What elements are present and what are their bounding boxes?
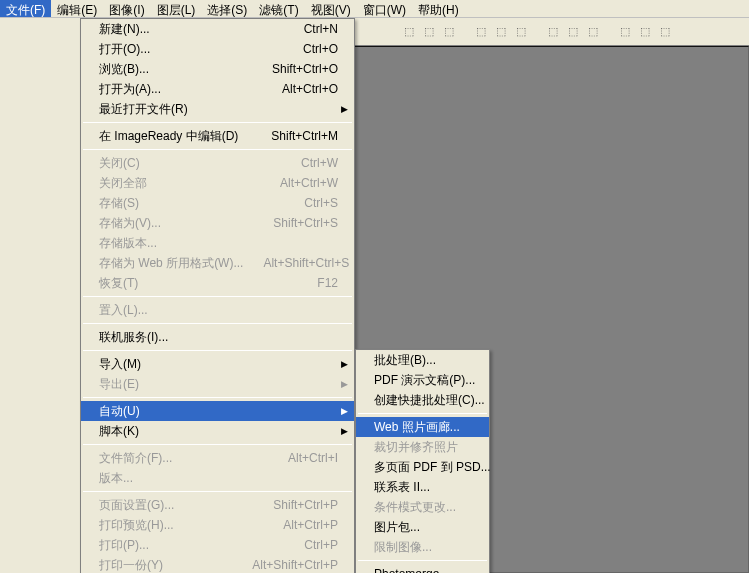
- menu-item-label: 多页面 PDF 到 PSD...: [374, 460, 491, 474]
- align-icon[interactable]: ⬚: [420, 22, 438, 40]
- file-menu-item: 关闭(C)Ctrl+W: [81, 153, 354, 173]
- menubar-item-image[interactable]: 图像(I): [103, 0, 150, 17]
- menu-item-label: 裁切并修齐照片: [374, 440, 458, 454]
- menubar-item-file[interactable]: 文件(F): [0, 0, 51, 17]
- menubar-item-layer[interactable]: 图层(L): [151, 0, 202, 17]
- menu-item-shortcut: Alt+Ctrl+W: [280, 176, 338, 190]
- auto-submenu-item[interactable]: 多页面 PDF 到 PSD...: [356, 457, 489, 477]
- auto-submenu-item[interactable]: 图片包...: [356, 517, 489, 537]
- file-menu-item[interactable]: 在 ImageReady 中编辑(D)Shift+Ctrl+M: [81, 126, 354, 146]
- menubar-item-help[interactable]: 帮助(H): [412, 0, 465, 17]
- menu-item-label: 存储为 Web 所用格式(W)...: [99, 256, 243, 270]
- file-menu-item: 置入(L)...: [81, 300, 354, 320]
- menubar-item-window[interactable]: 窗口(W): [357, 0, 412, 17]
- menu-item-label: 联系表 II...: [374, 480, 430, 494]
- menu-item-label: 导入(M): [99, 357, 141, 371]
- menubar: 文件(F) 编辑(E) 图像(I) 图层(L) 选择(S) 滤镜(T) 视图(V…: [0, 0, 749, 18]
- auto-submenu: 批处理(B)...PDF 演示文稿(P)...创建快捷批处理(C)...Web …: [355, 349, 490, 573]
- menu-item-label: 存储(S): [99, 196, 139, 210]
- auto-submenu-item[interactable]: PDF 演示文稿(P)...: [356, 370, 489, 390]
- options-sidebar: [0, 18, 80, 573]
- file-menu-item: 打印(P)...Ctrl+P: [81, 535, 354, 555]
- auto-submenu-item: 裁切并修齐照片: [356, 437, 489, 457]
- submenu-arrow-icon: ▶: [341, 377, 348, 391]
- file-menu-item[interactable]: 自动(U)▶: [81, 401, 354, 421]
- file-menu-item: 文件简介(F)...Alt+Ctrl+I: [81, 448, 354, 468]
- file-menu-item: 存储为(V)...Shift+Ctrl+S: [81, 213, 354, 233]
- menu-item-label: 打印(P)...: [99, 538, 149, 552]
- file-menu-item: 存储(S)Ctrl+S: [81, 193, 354, 213]
- file-menu-item: 打印预览(H)...Alt+Ctrl+P: [81, 515, 354, 535]
- file-menu-item[interactable]: 脚本(K)▶: [81, 421, 354, 441]
- align-icon[interactable]: ⬚: [472, 22, 490, 40]
- menu-item-label: 打印预览(H)...: [99, 518, 174, 532]
- auto-submenu-item[interactable]: 批处理(B)...: [356, 350, 489, 370]
- toolbar-icons: ⬚ ⬚ ⬚ ⬚ ⬚ ⬚ ⬚ ⬚ ⬚ ⬚ ⬚ ⬚: [400, 22, 674, 40]
- align-icon[interactable]: ⬚: [440, 22, 458, 40]
- menu-item-label: 存储为(V)...: [99, 216, 161, 230]
- file-menu-item[interactable]: 打开为(A)...Alt+Ctrl+O: [81, 79, 354, 99]
- submenu-arrow-icon: ▶: [341, 404, 348, 418]
- menu-item-shortcut: Alt+Shift+Ctrl+P: [252, 558, 338, 572]
- menu-item-label: 页面设置(G)...: [99, 498, 174, 512]
- menubar-item-view[interactable]: 视图(V): [305, 0, 357, 17]
- auto-submenu-item[interactable]: 联系表 II...: [356, 477, 489, 497]
- file-menu-item[interactable]: 导入(M)▶: [81, 354, 354, 374]
- file-menu-item: 存储为 Web 所用格式(W)...Alt+Shift+Ctrl+S: [81, 253, 354, 273]
- menu-item-shortcut: Alt+Shift+Ctrl+S: [263, 256, 349, 270]
- menu-item-label: 打开(O)...: [99, 42, 150, 56]
- menu-item-label: Web 照片画廊...: [374, 420, 460, 434]
- menu-item-label: 恢复(T): [99, 276, 138, 290]
- distribute-icon[interactable]: ⬚: [636, 22, 654, 40]
- file-menu-item: 存储版本...: [81, 233, 354, 253]
- file-menu-dropdown: 新建(N)...Ctrl+N打开(O)...Ctrl+O浏览(B)...Shif…: [80, 18, 355, 573]
- align-icon[interactable]: ⬚: [512, 22, 530, 40]
- menu-item-label: 条件模式更改...: [374, 500, 456, 514]
- align-icon[interactable]: ⬚: [400, 22, 418, 40]
- auto-submenu-item: 限制图像...: [356, 537, 489, 557]
- submenu-arrow-icon: ▶: [341, 424, 348, 438]
- menubar-item-edit[interactable]: 编辑(E): [51, 0, 103, 17]
- menu-item-shortcut: Alt+Ctrl+I: [288, 451, 338, 465]
- menu-item-label: 打开为(A)...: [99, 82, 161, 96]
- distribute-icon[interactable]: ⬚: [584, 22, 602, 40]
- menu-item-shortcut: Ctrl+P: [304, 538, 338, 552]
- menu-item-shortcut: Alt+Ctrl+O: [282, 82, 338, 96]
- file-menu-item[interactable]: 新建(N)...Ctrl+N: [81, 19, 354, 39]
- file-menu-item[interactable]: 最近打开文件(R)▶: [81, 99, 354, 119]
- menu-item-label: PDF 演示文稿(P)...: [374, 373, 475, 387]
- file-menu-item: 导出(E)▶: [81, 374, 354, 394]
- menu-item-label: 文件简介(F)...: [99, 451, 172, 465]
- menu-item-label: 导出(E): [99, 377, 139, 391]
- auto-submenu-item[interactable]: 创建快捷批处理(C)...: [356, 390, 489, 410]
- file-menu-item[interactable]: 联机服务(I)...: [81, 327, 354, 347]
- menu-separator: [83, 296, 352, 297]
- distribute-icon[interactable]: ⬚: [656, 22, 674, 40]
- align-icon[interactable]: ⬚: [492, 22, 510, 40]
- menu-item-label: 限制图像...: [374, 540, 432, 554]
- menu-item-label: 图片包...: [374, 520, 420, 534]
- file-menu-item[interactable]: 打开(O)...Ctrl+O: [81, 39, 354, 59]
- menu-item-shortcut: Ctrl+N: [304, 22, 338, 36]
- auto-submenu-item[interactable]: Web 照片画廊...: [356, 417, 489, 437]
- menu-item-label: 创建快捷批处理(C)...: [374, 393, 485, 407]
- distribute-icon[interactable]: ⬚: [564, 22, 582, 40]
- distribute-icon[interactable]: ⬚: [616, 22, 634, 40]
- menubar-item-select[interactable]: 选择(S): [201, 0, 253, 17]
- menu-separator: [358, 413, 487, 414]
- menu-separator: [358, 560, 487, 561]
- menu-item-label: 脚本(K): [99, 424, 139, 438]
- menu-item-label: 打印一份(Y): [99, 558, 163, 572]
- file-menu-item[interactable]: 浏览(B)...Shift+Ctrl+O: [81, 59, 354, 79]
- menu-item-shortcut: Ctrl+O: [303, 42, 338, 56]
- menu-item-label: Photomerge...: [374, 567, 449, 573]
- menu-separator: [83, 397, 352, 398]
- file-menu-item: 关闭全部Alt+Ctrl+W: [81, 173, 354, 193]
- auto-submenu-item[interactable]: Photomerge...: [356, 564, 489, 573]
- distribute-icon[interactable]: ⬚: [544, 22, 562, 40]
- menu-separator: [83, 491, 352, 492]
- menu-item-label: 关闭(C): [99, 156, 140, 170]
- file-menu-item: 页面设置(G)...Shift+Ctrl+P: [81, 495, 354, 515]
- menu-item-label: 版本...: [99, 471, 133, 485]
- menubar-item-filter[interactable]: 滤镜(T): [253, 0, 304, 17]
